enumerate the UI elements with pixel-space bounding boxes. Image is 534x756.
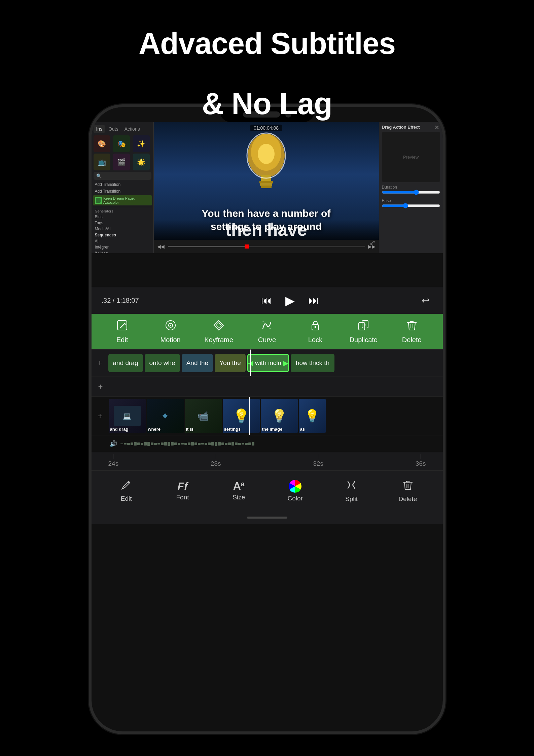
sidebar-item-sequences[interactable]: Sequences: [93, 232, 152, 238]
svg-rect-5: [260, 183, 272, 186]
bottom-btn-delete[interactable]: Delete: [391, 479, 425, 503]
delete-icon: [406, 319, 418, 334]
chip-arrow-right[interactable]: ▶: [283, 359, 288, 367]
duration-slider[interactable]: [382, 190, 440, 195]
edit-icon: [116, 319, 128, 334]
bottom-btn-size[interactable]: Aa Size: [222, 481, 256, 501]
header-title-line2: & No Lag: [27, 74, 507, 134]
bottom-font-icon: Ff: [177, 481, 187, 492]
playback-skip-forward[interactable]: ⏭: [301, 294, 326, 307]
svg-rect-4: [259, 181, 273, 184]
toolbar-btn-edit-label: Edit: [116, 336, 128, 344]
bottom-toolbar: Edit Ff Font Aa Size Color: [92, 470, 443, 511]
dark-gap: [92, 253, 443, 287]
bottom-size-icon: Aa: [233, 481, 245, 491]
sidebar-search[interactable]: 🔍: [94, 172, 151, 180]
sidebar-item-media-ai[interactable]: Media/AI: [93, 226, 152, 232]
bottom-edit-icon: [120, 479, 132, 493]
bottom-btn-color[interactable]: Color: [278, 480, 312, 502]
sidebar-item-green[interactable]: Keen Dream Page: Autocolor: [93, 195, 152, 205]
video-thumb-1[interactable]: 💻 and drag: [109, 399, 146, 433]
timeline-ruler: 24s 28s 32s 36s: [92, 452, 443, 470]
bottom-btn-size-label: Size: [233, 494, 245, 501]
toolbar-btn-motion-label: Motion: [161, 336, 181, 344]
toolbar-btn-keyframe[interactable]: Keyframe: [204, 319, 234, 344]
bottom-btn-edit-label: Edit: [121, 495, 132, 502]
subtitle-chip-1[interactable]: and drag: [108, 354, 143, 372]
toolbar-btn-delete-label: Delete: [402, 336, 422, 344]
subtitle-chip-6[interactable]: how thick th: [291, 354, 334, 372]
toolbar-btn-edit[interactable]: Edit: [107, 319, 137, 344]
bottom-btn-split[interactable]: Split: [334, 479, 368, 503]
subtitle-chip-3[interactable]: And the: [182, 354, 213, 372]
sidebar-divider: [93, 207, 152, 207]
subtitle-chip-2[interactable]: onto whe: [145, 354, 180, 372]
sidebar-item-it-video[interactable]: It-video: [93, 250, 152, 253]
bottom-split-icon: [345, 479, 357, 493]
phone-screen: Ins Outs Actions 🎨 🎭 ✨ 📺 🎬 🌟: [92, 107, 443, 731]
sidebar-item-add-transition-2[interactable]: Add Transition: [93, 188, 152, 195]
video-thumbnails-track: + 💻 and drag ✦ where 📹: [92, 396, 443, 435]
editor-right-panel: Drag Action Effect ✕ Preview Duration Ea…: [379, 122, 443, 253]
video-thumb-6[interactable]: 💡 as: [299, 399, 326, 433]
video-thumb-2[interactable]: ✦ where: [147, 399, 184, 433]
video-thumb-3[interactable]: 📹 it is: [185, 399, 222, 433]
effect-thumb-4[interactable]: 📺: [94, 154, 110, 170]
playback-undo[interactable]: ↩: [418, 295, 433, 306]
ease-slider[interactable]: [382, 203, 440, 208]
bottom-btn-delete-label: Delete: [398, 495, 417, 503]
bottom-delete-icon: [402, 479, 414, 493]
toolbar-btn-duplicate[interactable]: Duplicate: [348, 319, 379, 344]
page-header: Advaced Subtitles & No Lag: [0, 0, 534, 141]
second-track: +: [92, 376, 443, 396]
toolbar-btn-lock-label: Lock: [308, 336, 322, 344]
subtitle-chip-4[interactable]: You the: [215, 354, 246, 372]
lock-icon: [309, 319, 321, 334]
chip-arrow-left[interactable]: ◀: [248, 359, 253, 367]
sidebar-item-ai[interactable]: AI: [93, 238, 152, 244]
video-thumb-4[interactable]: 💡 settings: [223, 399, 260, 433]
header-title-line1: Advaced Subtitles: [27, 13, 507, 74]
toolbar-btn-delete[interactable]: Delete: [397, 319, 427, 344]
toolbar-btn-motion[interactable]: Motion: [155, 319, 186, 344]
playback-row: .32 / 1:18:07 ⏮ ▶ ⏭ ↩: [92, 287, 443, 314]
video-editor-area: Ins Outs Actions 🎨 🎭 ✨ 📺 🎬 🌟: [92, 122, 443, 253]
video-track-add-btn[interactable]: +: [93, 411, 108, 421]
curve-icon: [261, 319, 273, 334]
sidebar-item-add-transition-1[interactable]: Add Transition: [93, 181, 152, 188]
second-track-add[interactable]: +: [95, 382, 106, 391]
bottom-btn-edit[interactable]: Edit: [109, 479, 143, 502]
effect-thumb-6[interactable]: 🌟: [133, 154, 150, 170]
subtitle-chip-5-selected[interactable]: ◀ with inclu ▶: [247, 354, 289, 372]
video-thumb-5[interactable]: 💡 the image: [261, 399, 298, 433]
audio-waveform-track: 🔊 // Inline waveform const bars = [2,4,6…: [92, 435, 443, 452]
toolbar-btn-lock[interactable]: Lock: [300, 319, 330, 344]
expand-icon[interactable]: ⤢: [369, 238, 376, 247]
toolbar-btn-curve[interactable]: Curve: [252, 319, 282, 344]
bottom-btn-color-label: Color: [287, 495, 302, 502]
preview-area: 01:00:04:08: [154, 122, 379, 253]
toolbar-btn-curve-label: Curve: [258, 336, 276, 344]
playback-skip-back[interactable]: ⏮: [254, 294, 279, 307]
ruler-mark-28s: 28s: [211, 454, 221, 467]
bottom-color-icon: [289, 480, 301, 493]
playback-play[interactable]: ▶: [279, 294, 301, 308]
subtitle-track-add-btn[interactable]: +: [92, 358, 108, 368]
subtitle-chips-container: and drag onto whe And the You the ◀ with…: [108, 354, 443, 372]
toolbar-btn-duplicate-label: Duplicate: [350, 336, 378, 344]
duplicate-icon: [357, 319, 369, 334]
svg-point-2: [258, 144, 275, 164]
bottom-btn-font[interactable]: Ff Font: [166, 481, 199, 501]
ruler-mark-32s: 32s: [313, 454, 323, 467]
preview-playback-bar: ◀◀ ▶▶: [154, 240, 379, 253]
svg-point-14: [314, 326, 316, 328]
sidebar-item-integrer[interactable]: Intégrer: [93, 244, 152, 250]
subtitle-line1: You then have a number of: [161, 207, 372, 220]
green-toolbar: Edit Motion: [92, 314, 443, 349]
effect-thumb-5[interactable]: 🎬: [113, 154, 130, 170]
ruler-mark-24s: 24s: [108, 454, 119, 467]
phone-frame: Ins Outs Actions 🎨 🎭 ✨ 📺 🎬 🌟: [89, 104, 446, 734]
sidebar-item-tags[interactable]: Tags: [93, 220, 152, 226]
motion-icon: [165, 319, 177, 334]
sidebar-item-bins[interactable]: Bins: [93, 214, 152, 220]
